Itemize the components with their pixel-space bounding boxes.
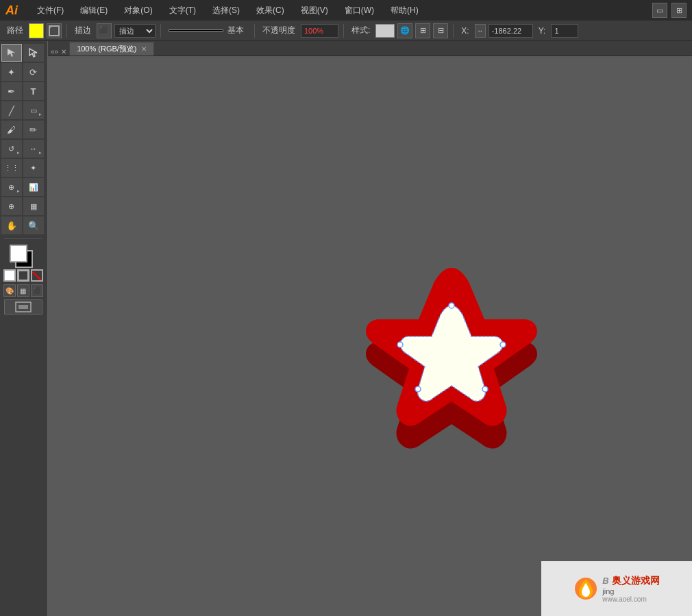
tool-row-5: 🖌 ✏ xyxy=(1,121,45,138)
tab-bar: «» ✕ 100% (RGB/预览) ✕ xyxy=(48,41,692,56)
watermark-brand: 奥义游戏网 xyxy=(612,575,660,587)
x-label: X: xyxy=(458,26,471,36)
stroke-label: 描边 xyxy=(72,25,94,36)
divider-1 xyxy=(66,24,67,38)
color-section: 🎨 ▦ ⬛ xyxy=(3,245,43,297)
lasso-tool[interactable]: ⟳ xyxy=(23,63,44,81)
tool-row-1 xyxy=(1,44,45,62)
path-label: 路径 xyxy=(4,25,26,36)
pattern-fill-icon[interactable]: ⬛ xyxy=(31,284,43,297)
y-label: Y: xyxy=(536,26,549,36)
svg-point-6 xyxy=(415,386,421,392)
fill-color-box[interactable] xyxy=(29,23,44,38)
title-bar: Ai 文件(F) 编辑(E) 对象(O) 文字(T) 选择(S) 效果(C) 视… xyxy=(0,0,692,21)
svg-point-3 xyxy=(449,303,454,308)
svg-point-7 xyxy=(397,342,403,347)
rect-tool[interactable]: ▭▸ xyxy=(23,101,44,119)
type-tool[interactable]: T xyxy=(23,82,44,100)
divider-3 xyxy=(254,24,255,38)
opacity-input[interactable] xyxy=(301,24,338,38)
reflect-tool[interactable]: ↔▸ xyxy=(23,140,44,158)
star-artwork[interactable] xyxy=(321,241,561,480)
menu-select[interactable]: 选择(S) xyxy=(210,5,243,16)
window-grid-btn[interactable]: ⊞ xyxy=(671,3,687,18)
menu-object[interactable]: 对象(O) xyxy=(121,5,155,16)
magic-wand-tool[interactable]: ✦ xyxy=(1,63,22,81)
align-btn[interactable]: ⊟ xyxy=(433,23,448,38)
menu-effect[interactable]: 效果(C) xyxy=(254,5,287,16)
toolbar: 路径 描边 ⬛ 描边 基本 不透明度 样式: 🌐 ⊞ ⊟ X: ↔ Y: xyxy=(0,21,692,41)
column-graph-tool[interactable]: 📊 xyxy=(23,178,44,196)
symbol-tool[interactable]: ⊕▸ xyxy=(1,178,22,196)
menu-window[interactable]: 窗口(W) xyxy=(342,5,377,16)
stroke-style-select[interactable]: 描边 xyxy=(114,24,156,38)
divider-4 xyxy=(343,24,344,38)
color-mode-row xyxy=(3,269,43,282)
paintbrush-tool[interactable]: 🖌 xyxy=(1,121,22,138)
line-tool[interactable]: ╱ xyxy=(1,101,22,119)
y-value-input[interactable] xyxy=(551,24,578,38)
tab-document[interactable]: 100% (RGB/预览) ✕ xyxy=(69,42,153,56)
tool-row-7: ⋮⋮ ✦ xyxy=(1,159,45,177)
gradient-tool[interactable]: ▦ xyxy=(23,197,44,215)
color-squares xyxy=(10,245,37,268)
menu-help[interactable]: 帮助(H) xyxy=(388,5,421,16)
grid-btn[interactable]: ⊞ xyxy=(415,23,430,38)
watermark: B 奥义游戏网 jing www.aoel.com xyxy=(541,561,692,616)
tool-row-2: ✦ ⟳ xyxy=(1,63,45,81)
tool-row-10: ✋ 🔍 xyxy=(1,217,45,234)
menu-view[interactable]: 视图(V) xyxy=(298,5,331,16)
app-logo: Ai xyxy=(5,3,18,18)
canvas-area: B 奥义游戏网 jing www.aoel.com xyxy=(47,56,692,616)
mesh-tool[interactable]: ⊕ xyxy=(1,197,22,215)
globe-btn[interactable]: 🌐 xyxy=(397,23,412,38)
opacity-label: 不透明度 xyxy=(260,25,298,36)
artboard xyxy=(321,241,561,480)
menu-file[interactable]: 文件(F) xyxy=(34,5,66,16)
svg-point-4 xyxy=(500,342,506,347)
x-coord-btn[interactable]: ↔ xyxy=(475,24,486,38)
none-mode-icon[interactable] xyxy=(31,269,43,282)
rotate-tool[interactable]: ↺▸ xyxy=(1,140,22,158)
x-value-input[interactable] xyxy=(489,24,533,38)
style-label: 样式: xyxy=(349,25,373,36)
divider-5 xyxy=(453,24,454,38)
toolbox: ✦ ⟳ ✒ T ╱ ▭▸ 🖌 ✏ ↺▸ ↔▸ ⋮⋮ ✦ ⊕▸ 📊 ⊕ ▦ ✋ 🔍 xyxy=(0,41,47,616)
svg-point-5 xyxy=(482,386,488,392)
basic-label: 基本 xyxy=(225,25,247,36)
zoom-tool[interactable]: 🔍 xyxy=(23,217,44,234)
warp-tool[interactable]: ⋮⋮ xyxy=(1,159,22,177)
tool-row-8: ⊕▸ 📊 xyxy=(1,178,45,196)
tab-label: 100% (RGB/预览) xyxy=(77,44,136,54)
panel-close[interactable]: ✕ xyxy=(61,48,66,56)
pencil-tool[interactable]: ✏ xyxy=(23,121,44,138)
tool-row-3: ✒ T xyxy=(1,82,45,100)
pen-tool[interactable]: ✒ xyxy=(1,82,22,100)
stroke-mode-btn[interactable]: ⬛ xyxy=(97,23,112,38)
selection-tool[interactable] xyxy=(1,44,22,62)
hand-tool[interactable]: ✋ xyxy=(1,217,22,234)
menu-text[interactable]: 文字(T) xyxy=(166,5,199,16)
stroke-icon-btn[interactable] xyxy=(47,23,62,38)
divider-2 xyxy=(160,24,161,38)
color-picker-icon[interactable]: 🎨 xyxy=(3,284,16,297)
stroke-mode-icon[interactable] xyxy=(17,269,29,282)
panel-toggle[interactable]: «» xyxy=(51,48,58,56)
tool-row-4: ╱ ▭▸ xyxy=(1,101,45,119)
gradient-fill-icon[interactable]: ▦ xyxy=(17,284,29,297)
fill-mode-icon[interactable] xyxy=(3,269,16,282)
tab-close-btn[interactable]: ✕ xyxy=(141,45,147,53)
window-minimize-btn[interactable]: ▭ xyxy=(652,3,667,18)
style-color-box[interactable] xyxy=(375,24,395,38)
tool-row-9: ⊕ ▦ xyxy=(1,197,45,215)
free-transform-tool[interactable]: ✦ xyxy=(23,159,44,177)
watermark-sub: jing xyxy=(602,587,659,595)
toolbox-divider xyxy=(4,238,42,239)
color-extra-icons: 🎨 ▦ ⬛ xyxy=(3,284,43,297)
fill-color-square[interactable] xyxy=(10,245,27,262)
artboard-btn[interactable] xyxy=(4,299,42,315)
svg-rect-2 xyxy=(18,305,28,309)
tool-row-6: ↺▸ ↔▸ xyxy=(1,140,45,158)
menu-edit[interactable]: 编辑(E) xyxy=(77,5,110,16)
direct-selection-tool[interactable] xyxy=(23,44,44,62)
